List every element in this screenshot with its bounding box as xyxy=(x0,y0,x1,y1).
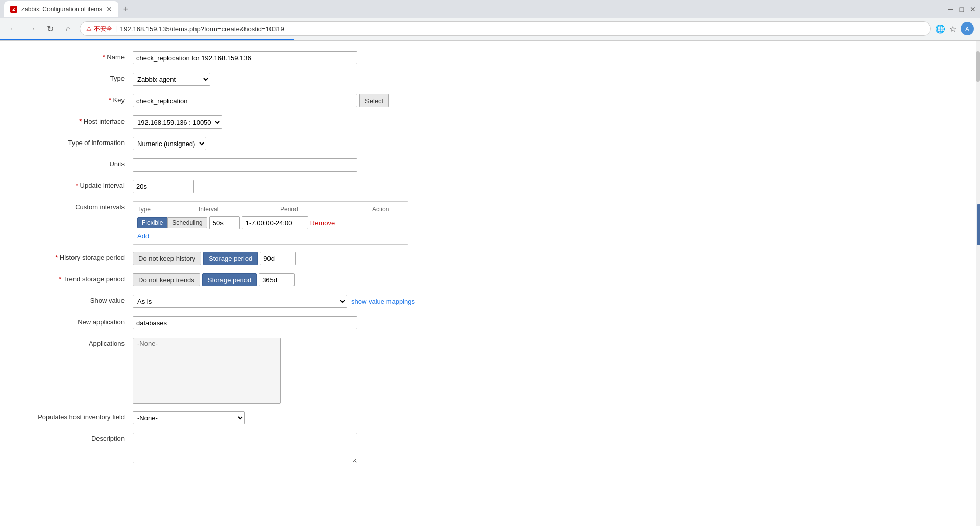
host-inventory-select[interactable]: -None- xyxy=(133,411,245,424)
star-icon[interactable]: ☆ xyxy=(949,24,957,34)
page-content: Name Type Zabbix agent Zabbix agent (act… xyxy=(0,41,980,481)
show-value-label: Show value xyxy=(20,295,133,304)
translate-icon[interactable]: 🌐 xyxy=(935,24,945,34)
new-application-input[interactable] xyxy=(133,316,357,329)
history-storage-row: History storage period Do not keep histo… xyxy=(20,252,960,266)
type-select[interactable]: Zabbix agent Zabbix agent (active) Simpl… xyxy=(133,73,210,86)
side-indicator xyxy=(977,204,980,245)
user-avatar[interactable]: A xyxy=(961,22,974,35)
units-input[interactable] xyxy=(133,158,357,172)
minimize-button[interactable]: ─ xyxy=(948,5,953,13)
history-do-not-keep-button[interactable]: Do not keep history xyxy=(133,252,201,265)
forward-button[interactable]: → xyxy=(24,21,39,36)
update-interval-label: Update interval xyxy=(20,180,133,189)
name-control xyxy=(133,51,960,64)
custom-intervals-control: Type Interval Period Action Flexible Sch… xyxy=(133,201,960,245)
browser-new-tab[interactable]: + xyxy=(118,2,133,16)
type-of-info-control: Numeric (unsigned) Numeric (float) Chara… xyxy=(133,137,960,150)
interval-type-toggle: Flexible Scheduling xyxy=(137,217,207,228)
browser-window-controls: ─ □ ✕ xyxy=(948,5,976,13)
type-label: Type xyxy=(20,73,133,82)
trend-storage-control: Do not keep trends Storage period xyxy=(133,273,960,286)
new-application-control xyxy=(133,316,960,329)
key-select-button[interactable]: Select xyxy=(359,94,389,107)
security-indicator: ⚠ 不安全 xyxy=(86,25,112,33)
name-input[interactable] xyxy=(133,51,357,64)
period-value-input[interactable] xyxy=(242,216,308,229)
flexible-button[interactable]: Flexible xyxy=(137,217,167,228)
back-button[interactable]: ← xyxy=(6,21,20,36)
history-storage-control: Do not keep history Storage period xyxy=(133,252,960,265)
browser-tab[interactable]: Z zabbix: Configuration of items ✕ xyxy=(4,1,118,17)
interval-value-input[interactable] xyxy=(209,216,240,229)
name-row: Name xyxy=(20,51,960,65)
units-control xyxy=(133,158,960,172)
maximize-button[interactable]: □ xyxy=(960,5,964,13)
type-control: Zabbix agent Zabbix agent (active) Simpl… xyxy=(133,73,960,86)
custom-intervals-label: Custom intervals xyxy=(20,201,133,211)
browser-toolbar-icons: 🌐 ☆ xyxy=(935,24,957,34)
history-storage-period-button[interactable]: Storage period xyxy=(203,252,258,265)
key-row: Key Select xyxy=(20,94,960,108)
browser-titlebar: Z zabbix: Configuration of items ✕ + ─ □… xyxy=(0,0,980,18)
remove-interval-button[interactable]: Remove xyxy=(310,219,335,227)
description-control xyxy=(133,433,960,463)
description-textarea[interactable] xyxy=(133,433,357,463)
loading-bar xyxy=(0,39,294,40)
history-storage-label: History storage period xyxy=(20,252,133,261)
trend-storage-row: Trend storage period Do not keep trends … xyxy=(20,273,960,288)
applications-none-item[interactable]: -None- xyxy=(133,338,280,349)
custom-intervals-wrapper: Type Interval Period Action Flexible Sch… xyxy=(133,201,408,245)
trend-do-not-keep-button[interactable]: Do not keep trends xyxy=(133,273,200,286)
refresh-button[interactable]: ↻ xyxy=(43,21,57,36)
show-value-control: As is show value mappings xyxy=(133,295,960,308)
ci-period-header: Period xyxy=(280,206,372,213)
ci-interval-header: Interval xyxy=(199,206,280,213)
home-button[interactable]: ⌂ xyxy=(61,21,76,36)
update-interval-row: Update interval xyxy=(20,180,960,194)
name-label: Name xyxy=(20,51,133,61)
host-interface-control: 192.168.159.136 : 10050 xyxy=(133,115,960,129)
applications-control: -None- xyxy=(133,338,960,404)
show-value-row: Show value As is show value mappings xyxy=(20,295,960,309)
custom-intervals-data-row: Flexible Scheduling Remove xyxy=(137,216,404,229)
host-inventory-control: -None- xyxy=(133,411,960,424)
scrollbar-thumb[interactable] xyxy=(976,51,980,82)
update-interval-input[interactable] xyxy=(133,180,194,193)
new-application-row: New application xyxy=(20,316,960,330)
url-bar[interactable]: ⚠ 不安全 | 192.168.159.135/items.php?form=c… xyxy=(80,21,931,36)
add-interval-link[interactable]: Add xyxy=(137,231,149,241)
show-value-mappings-link[interactable]: show value mappings xyxy=(351,298,415,305)
key-control: Select xyxy=(133,94,960,107)
history-period-input[interactable] xyxy=(260,252,296,265)
applications-listbox[interactable]: -None- xyxy=(133,338,281,404)
ci-action-header: Action xyxy=(372,206,404,213)
trend-storage-period-button[interactable]: Storage period xyxy=(202,273,257,286)
type-of-info-label: Type of information xyxy=(20,137,133,147)
close-button[interactable]: ✕ xyxy=(970,5,976,13)
type-row: Type Zabbix agent Zabbix agent (active) … xyxy=(20,73,960,87)
show-value-select[interactable]: As is xyxy=(133,295,347,308)
history-storage-buttons: Do not keep history Storage period xyxy=(133,252,296,265)
scrollbar[interactable] xyxy=(976,41,980,481)
ci-type-header: Type xyxy=(137,206,199,213)
scheduling-button[interactable]: Scheduling xyxy=(167,217,207,228)
host-interface-select[interactable]: 192.168.159.136 : 10050 xyxy=(133,115,222,129)
trend-storage-label: Trend storage period xyxy=(20,273,133,283)
host-interface-label: Host interface xyxy=(20,115,133,125)
type-of-info-select[interactable]: Numeric (unsigned) Numeric (float) Chara… xyxy=(133,137,206,150)
update-interval-control xyxy=(133,180,960,193)
description-row: Description xyxy=(20,433,960,463)
units-label: Units xyxy=(20,158,133,168)
key-input[interactable] xyxy=(133,94,357,107)
custom-intervals-header: Type Interval Period Action xyxy=(137,206,404,213)
host-interface-row: Host interface 192.168.159.136 : 10050 xyxy=(20,115,960,130)
browser-tab-close[interactable]: ✕ xyxy=(106,5,112,13)
host-inventory-label: Populates host inventory field xyxy=(20,411,133,421)
url-divider: | xyxy=(115,25,117,32)
trend-period-input[interactable] xyxy=(259,273,295,286)
type-of-info-row: Type of information Numeric (unsigned) N… xyxy=(20,137,960,151)
units-row: Units xyxy=(20,158,960,173)
browser-chrome: Z zabbix: Configuration of items ✕ + ─ □… xyxy=(0,0,980,41)
custom-intervals-row: Custom intervals Type Interval Period Ac… xyxy=(20,201,960,245)
